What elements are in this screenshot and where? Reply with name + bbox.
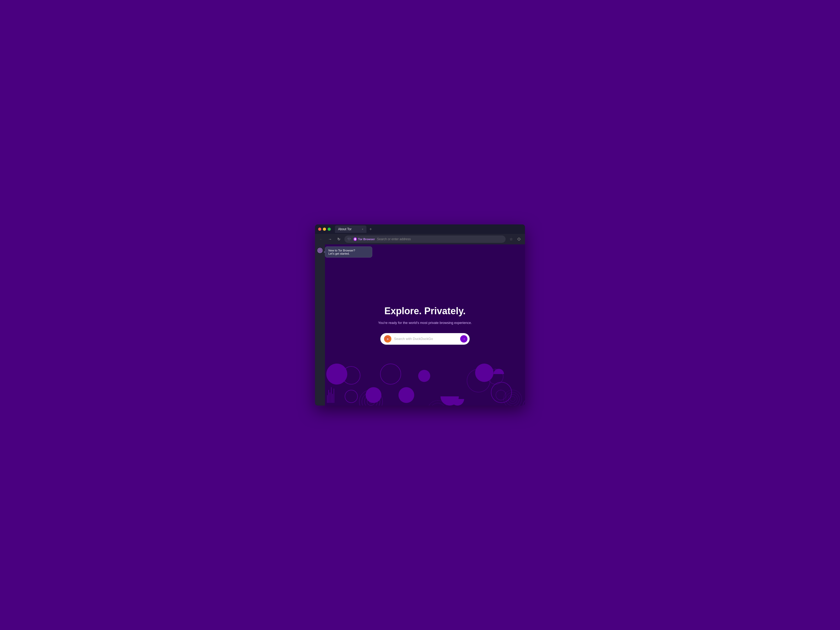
decorative-outline-1 (342, 366, 360, 385)
page-content: Explore. Privately. You're ready for the… (325, 245, 525, 406)
bookmark-button[interactable]: ☆ (508, 236, 515, 243)
decorative-half-2 (451, 392, 464, 406)
active-tab[interactable]: About Tor × (335, 226, 366, 233)
close-button[interactable] (318, 227, 321, 231)
page-subtitle: You're ready for the world's most privat… (378, 321, 472, 325)
decorative-bottom (325, 358, 525, 406)
extensions-button[interactable] (516, 236, 523, 243)
shield-icon: 🛡 (347, 237, 351, 241)
vert-lines-1 (327, 387, 334, 403)
tab-title: About Tor (338, 227, 352, 231)
search-submit-button[interactable]: → (460, 335, 467, 343)
decorative-circle-3 (398, 387, 414, 403)
tor-onion-icon (353, 237, 357, 241)
tor-sidebar-icon[interactable]: New to Tor Browser? Let's get started. (316, 246, 324, 254)
refresh-button[interactable]: ↻ (335, 236, 342, 243)
tor-badge: Tor Browser (353, 237, 375, 241)
browser-window: About Tor × + ← → ↻ 🛡 Tor Browser Search… (315, 224, 525, 406)
search-placeholder[interactable]: Search with DuckDuckGo (394, 337, 458, 341)
decorative-outline-4 (491, 382, 512, 403)
minimize-button[interactable] (323, 227, 326, 231)
svg-text:D: D (387, 338, 389, 341)
traffic-lights (318, 227, 331, 231)
tor-badge-label: Tor Browser (358, 238, 375, 241)
notification-line1: New to Tor Browser? (328, 249, 369, 252)
maximize-button[interactable] (328, 227, 331, 231)
duckduckgo-icon: D (384, 335, 392, 343)
page-headline: Explore. Privately. (384, 306, 466, 317)
decorative-outline-2 (345, 390, 358, 403)
title-bar: About Tor × + (315, 224, 525, 234)
decorative-outline-3 (380, 363, 401, 385)
sidebar: New to Tor Browser? Let's get started. (315, 245, 325, 406)
nav-actions: ☆ (508, 236, 523, 243)
address-bar: 🛡 Tor Browser Search or enter address (344, 235, 505, 243)
address-placeholder[interactable]: Search or enter address (377, 237, 503, 241)
notification-line2: Let's get started. (328, 252, 369, 255)
forward-button[interactable]: → (327, 236, 333, 243)
decorative-circles (325, 358, 525, 406)
search-bar[interactable]: D Search with DuckDuckGo → (381, 333, 470, 345)
tab-close-button[interactable]: × (362, 228, 363, 231)
back-button[interactable]: ← (317, 236, 324, 243)
decorative-circle-4 (418, 370, 430, 382)
new-tab-button[interactable]: + (368, 226, 374, 232)
notification-popup: New to Tor Browser? Let's get started. (325, 246, 372, 257)
decorative-circle-5 (475, 363, 494, 382)
nav-bar: ← → ↻ 🛡 Tor Browser Search or enter addr… (315, 234, 525, 245)
svg-point-1 (355, 238, 356, 240)
svg-point-5 (320, 250, 320, 251)
content-area: New to Tor Browser? Let's get started. E… (315, 245, 525, 406)
tab-bar: About Tor × + (335, 226, 522, 233)
